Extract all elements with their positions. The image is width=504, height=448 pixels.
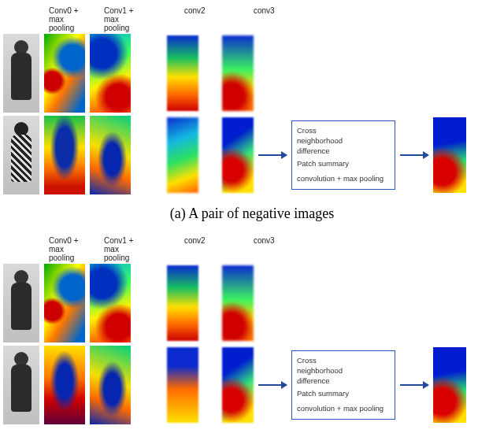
- featmap-conv0-top: [44, 264, 85, 342]
- featmap-conv1-top: [90, 34, 131, 113]
- output-featmap: [433, 117, 466, 193]
- input-image-bottom: [3, 346, 39, 424]
- featmap-conv3-bottom: [222, 117, 254, 193]
- featmap-conv2-bottom: [167, 117, 198, 193]
- layer-labels-row: Conv0 + max pooling Conv1 + max pooling …: [3, 6, 501, 32]
- figure-a: Conv0 + max pooling Conv1 + max pooling …: [3, 6, 501, 194]
- ops-line: Cross: [297, 126, 390, 136]
- arrow-to-ops: [258, 384, 287, 386]
- ops-line: difference: [297, 146, 390, 157]
- ops-line: neighborhood: [297, 366, 390, 376]
- arrow-to-output: [400, 154, 428, 156]
- featmap-conv3-bottom: [222, 347, 254, 423]
- fig-a-row-top: [3, 34, 501, 113]
- label-conv2: conv2: [184, 236, 228, 262]
- fig-a-row-bottom: Cross neighborhood difference Patch summ…: [3, 116, 501, 194]
- ops-line: difference: [297, 376, 390, 387]
- input-image-bottom: [3, 116, 39, 194]
- arrow-to-ops: [258, 154, 287, 156]
- spacer: [3, 6, 39, 32]
- fig-b-row-bottom: Cross neighborhood difference Patch summ…: [3, 346, 501, 424]
- ops-line: Cross: [297, 356, 390, 366]
- figure-b: Conv0 + max pooling Conv1 + max pooling …: [3, 236, 501, 424]
- label-conv0: Conv0 + max pooling: [49, 236, 94, 262]
- featmap-conv0-top: [44, 34, 85, 113]
- label-conv1: Conv1 + max pooling: [104, 236, 150, 262]
- ops-line: convolution + max pooling: [297, 174, 390, 184]
- featmap-conv2-top: [167, 35, 198, 111]
- featmap-conv1-top: [90, 264, 131, 342]
- caption-a: (a) A pair of negative images: [3, 205, 501, 222]
- input-image-top: [3, 34, 39, 113]
- arrow-to-output: [400, 384, 428, 386]
- featmap-conv0-bottom: [44, 346, 85, 424]
- input-image-top: [3, 264, 39, 342]
- ops-line: Patch summary: [297, 389, 390, 399]
- featmap-conv2-top: [167, 265, 198, 341]
- ops-line: neighborhood: [297, 136, 390, 146]
- featmap-conv2-bottom: [167, 347, 198, 423]
- fig-b-row-top: [3, 264, 501, 342]
- featmap-conv1-bottom: [90, 346, 131, 424]
- featmap-conv3-top: [222, 35, 254, 111]
- label-conv2: conv2: [184, 6, 228, 32]
- featmap-conv1-bottom: [90, 116, 131, 194]
- featmap-conv3-top: [222, 265, 254, 341]
- output-featmap: [433, 347, 466, 423]
- label-conv1: Conv1 + max pooling: [104, 6, 150, 32]
- ops-line: convolution + max pooling: [297, 404, 390, 414]
- label-conv3: conv3: [254, 236, 298, 262]
- layer-labels-row: Conv0 + max pooling Conv1 + max pooling …: [3, 236, 501, 262]
- featmap-conv0-bottom: [44, 116, 85, 194]
- label-conv0: Conv0 + max pooling: [49, 6, 94, 32]
- ops-box: Cross neighborhood difference Patch summ…: [291, 350, 395, 420]
- spacer: [3, 236, 39, 262]
- ops-line: Patch summary: [297, 159, 390, 169]
- ops-box: Cross neighborhood difference Patch summ…: [291, 120, 395, 190]
- label-conv3: conv3: [254, 6, 298, 32]
